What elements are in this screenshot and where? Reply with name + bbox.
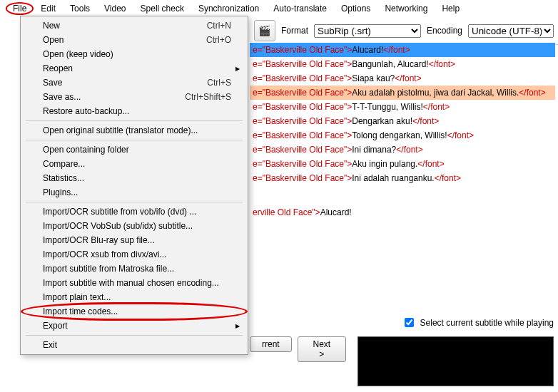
menu-import-vobsub[interactable]: Import/OCR VobSub (sub/idx) subtitle...	[23, 219, 245, 233]
menu-import-matroska[interactable]: Import subtitle from Matroska file...	[23, 262, 245, 276]
menu-export[interactable]: Export	[23, 319, 245, 333]
font-close-tag: </font>	[429, 59, 455, 69]
font-close-tag: </font>	[412, 116, 439, 126]
font-open-tag: e="Baskerville Old Face">	[253, 159, 352, 169]
next-button[interactable]: Next >	[298, 336, 346, 362]
menu-autotranslate[interactable]: Auto-translate	[266, 2, 334, 15]
menu-reopen[interactable]: Reopen	[23, 61, 245, 76]
font-open-tag: e="Baskerville Old Face">	[253, 145, 352, 155]
encoding-select[interactable]: Unicode (UTF-8)	[468, 24, 554, 38]
menu-options[interactable]: Options	[334, 2, 377, 15]
video-preview	[357, 336, 554, 386]
menu-compare[interactable]: Compare...	[23, 157, 245, 171]
subtitle-text: Ini adalah ruanganku.	[352, 173, 434, 183]
font-open-tag: e="Baskerville Old Face">	[253, 173, 352, 183]
menu-spellcheck[interactable]: Spell check	[133, 2, 191, 15]
menu-tools[interactable]: Tools	[63, 2, 97, 15]
select-current-label: Select current subtitle while playing	[420, 318, 554, 328]
menu-import-xsub[interactable]: Import/OCR xsub from divx/avi...	[23, 247, 245, 262]
menu-open-original[interactable]: Open original subtitle (translator mode)…	[23, 123, 245, 138]
font-close-tag: </font>	[395, 73, 421, 83]
subtitle-row[interactable]: e="Baskerville Old Face">Tolong dengarka…	[250, 128, 555, 143]
menu-new[interactable]: NewCtrl+N	[23, 19, 245, 33]
font-open-tag: e="Baskerville Old Face">	[253, 102, 352, 112]
font-close-tag: </font>	[396, 145, 422, 155]
menu-open-folder[interactable]: Open containing folder	[23, 143, 245, 157]
font-close-tag: </font>	[417, 159, 444, 169]
menu-import-with-encoding[interactable]: Import subtitle with manual chosen encod…	[23, 276, 245, 290]
subtitle-row[interactable]: e="Baskerville Old Face">Ini adalah ruan…	[250, 171, 555, 185]
select-current-checkbox[interactable]	[405, 318, 414, 327]
menu-edit[interactable]: Edit	[34, 2, 63, 15]
font-open-tag: e="Baskerville Old Face">	[253, 130, 352, 140]
menu-statistics[interactable]: Statistics...	[23, 171, 245, 185]
menu-save-as[interactable]: Save as...Ctrl+Shift+S	[23, 90, 245, 104]
font-open-tag: e="Baskerville Old Face">	[253, 59, 352, 69]
font-close-tag: </font>	[383, 45, 410, 55]
subtitle-text: Tolong dengarkan, Willis!	[352, 130, 447, 140]
subtitle-text: Bangunlah, Alucard!	[352, 59, 428, 69]
menu-plugins[interactable]: Plugins...	[23, 185, 245, 200]
subtitle-row[interactable]: e="Baskerville Old Face">Dengarkan aku!<…	[250, 114, 555, 128]
menu-file[interactable]: File	[6, 2, 34, 15]
menu-restore-backup[interactable]: Restore auto-backup...	[23, 104, 245, 118]
subtitle-row[interactable]: e="Baskerville Old Face">Aku ingin pulan…	[250, 157, 555, 171]
toolbar: 🎬 Format SubRip (.srt) Encoding Unicode …	[250, 17, 558, 45]
menu-open[interactable]: OpenCtrl+O	[23, 33, 245, 47]
menu-video[interactable]: Video	[97, 2, 133, 15]
format-select[interactable]: SubRip (.srt)	[314, 24, 421, 38]
subtitle-row[interactable]: e="Baskerville Old Face">Alucard!</font>	[250, 43, 555, 57]
font-close-tag: </font>	[447, 130, 474, 140]
subtitle-text: T-T-Tunggu, Willis!	[352, 102, 423, 112]
subtitle-text: Aku adalah pistolmu, jiwa dari Jackal, W…	[352, 88, 519, 98]
file-menu-dropdown: NewCtrl+N OpenCtrl+O Open (keep video) R…	[20, 16, 248, 355]
subtitle-row[interactable]: e="Baskerville Old Face">Ini dimana?</fo…	[250, 143, 555, 157]
font-open-tag: e="Baskerville Old Face">	[253, 73, 352, 83]
subtitle-text: Siapa kau?	[352, 73, 395, 83]
menu-import-plain-text[interactable]: Import plain text...	[23, 290, 245, 304]
menu-import-bluray[interactable]: Import/OCR Blu-ray sup file...	[23, 233, 245, 247]
font-close-tag: </font>	[423, 102, 450, 112]
subtitle-text: Ini dimana?	[352, 145, 396, 155]
subtitle-row[interactable]: erville Old Face">Alucard!	[250, 205, 555, 220]
menu-import-vob[interactable]: Import/OCR subtitle from vob/ifo (dvd) .…	[23, 205, 245, 219]
subtitle-text: Alucard!	[352, 45, 383, 55]
font-open-tag: e="Baskerville Old Face">	[253, 116, 352, 126]
font-close-tag: </font>	[519, 88, 545, 98]
font-close-tag: </font>	[435, 173, 461, 183]
font-open-tag: e="Baskerville Old Face">	[253, 88, 352, 98]
encoding-label: Encoding	[427, 26, 462, 36]
subtitle-text: Dengarkan aku!	[352, 116, 412, 126]
menu-networking[interactable]: Networking	[377, 2, 435, 15]
menu-sync[interactable]: Synchronization	[191, 2, 266, 15]
menu-exit[interactable]: Exit	[23, 338, 245, 352]
menu-help[interactable]: Help	[435, 2, 467, 15]
subtitle-text: Aku ingin pulang.	[352, 159, 417, 169]
menu-save[interactable]: SaveCtrl+S	[23, 76, 245, 90]
subtitle-row[interactable]: e="Baskerville Old Face">Bangunlah, Aluc…	[250, 57, 555, 71]
subtitle-list: e="Baskerville Old Face">Alucard!</font>…	[250, 43, 555, 220]
menu-open-keep-video[interactable]: Open (keep video)	[23, 47, 245, 61]
font-open-tag: e="Baskerville Old Face">	[253, 45, 352, 55]
subtitle-row[interactable]: e="Baskerville Old Face">Aku adalah pist…	[250, 86, 555, 100]
subtitle-row[interactable]: e="Baskerville Old Face">Siapa kau?</fon…	[250, 71, 555, 86]
menubar: File Edit Tools Video Spell check Synchr…	[0, 0, 558, 17]
bottom-area: Select current subtitle while playing rr…	[250, 316, 554, 386]
subtitle-row[interactable]: e="Baskerville Old Face">T-T-Tunggu, Wil…	[250, 100, 555, 114]
menu-import-time-codes[interactable]: Import time codes...	[23, 304, 245, 319]
format-label: Format	[281, 26, 308, 36]
clapper-icon[interactable]: 🎬	[254, 20, 275, 41]
current-button[interactable]: rrent	[250, 336, 292, 352]
